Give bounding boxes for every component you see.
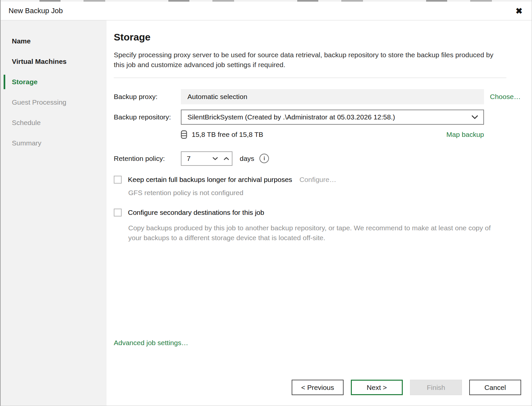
backup-repository-label: Backup repository: — [114, 113, 181, 121]
step-label: Schedule — [12, 119, 41, 127]
backup-proxy-label: Backup proxy: — [114, 93, 181, 101]
next-button[interactable]: Next > — [351, 380, 403, 395]
divider — [114, 78, 506, 78]
step-label: Summary — [12, 139, 41, 147]
step-label: Virtual Machines — [12, 58, 67, 65]
wizard-footer: < Previous Next > Finish Cancel — [114, 380, 521, 395]
sidebar-item-storage[interactable]: Storage — [1, 72, 107, 92]
retention-days-stepper[interactable]: 7 — [181, 151, 232, 166]
close-icon[interactable]: ✖ — [516, 7, 522, 15]
sidebar-item-schedule[interactable]: Schedule — [1, 113, 107, 133]
choose-proxy-link[interactable]: Choose… — [490, 93, 520, 101]
page-title: Storage — [114, 32, 532, 43]
sidebar-item-summary[interactable]: Summary — [1, 133, 107, 153]
map-backup-link[interactable]: Map backup — [447, 131, 484, 139]
stepper-increase-button[interactable] — [221, 152, 232, 165]
wizard-steps-sidebar: Name Virtual Machines Storage Guest Proc… — [1, 20, 107, 406]
retention-policy-label: Retention policy: — [114, 155, 181, 163]
backup-proxy-field: Automatic selection — [181, 89, 484, 104]
gfs-checkbox-label[interactable]: Keep certain full backups longer for arc… — [128, 176, 292, 184]
secondary-destination-checkbox-label[interactable]: Configure secondary destinations for thi… — [128, 209, 264, 216]
sidebar-item-guest-processing[interactable]: Guest Processing — [1, 92, 107, 113]
gfs-configure-button: Configure… — [300, 176, 336, 184]
secondary-destination-checkbox-row: Configure secondary destinations for thi… — [114, 209, 532, 216]
storage-step-panel: Storage Specify processing proxy server … — [107, 20, 532, 406]
retention-days-value[interactable]: 7 — [187, 155, 209, 163]
secondary-destination-note: Copy backups produced by this job to ano… — [114, 223, 505, 243]
repository-icon — [181, 130, 187, 139]
backup-repository-dropdown[interactable]: SilentBrickSystem (Created by .\Administ… — [181, 110, 484, 125]
info-icon[interactable]: i — [259, 154, 269, 163]
gfs-status-note: GFS retention policy is not configured — [114, 189, 532, 197]
page-description: Specify processing proxy server to be us… — [114, 50, 499, 70]
retention-policy-row: Retention policy: 7 days i — [114, 151, 532, 166]
advanced-job-settings-link[interactable]: Advanced job settings… — [114, 339, 188, 347]
retention-unit-label: days — [240, 155, 254, 163]
sidebar-item-virtual-machines[interactable]: Virtual Machines — [1, 51, 107, 72]
step-label: Guest Processing — [12, 98, 66, 106]
finish-button: Finish — [410, 380, 462, 395]
backup-repository-row: Backup repository: SilentBrickSystem (Cr… — [114, 110, 532, 125]
sidebar-item-name[interactable]: Name — [1, 31, 107, 51]
step-label: Storage — [12, 78, 37, 86]
stepper-decrease-button[interactable] — [209, 152, 221, 165]
backup-repository-value: SilentBrickSystem (Created by .\Administ… — [187, 113, 395, 121]
free-space-text: 15,8 TB free of 15,8 TB — [192, 131, 263, 139]
window-title: New Backup Job — [9, 7, 63, 15]
secondary-destination-checkbox[interactable] — [114, 209, 122, 216]
gfs-checkbox-row: Keep certain full backups longer for arc… — [114, 176, 532, 184]
new-backup-job-dialog: New Backup Job ✖ Name Virtual Machines S… — [0, 0, 532, 406]
step-label: Name — [12, 37, 31, 45]
spacer — [114, 243, 532, 339]
backup-proxy-row: Backup proxy: Automatic selection Choose… — [114, 89, 532, 104]
backup-proxy-value: Automatic selection — [187, 93, 247, 101]
free-space-row: 15,8 TB free of 15,8 TB Map backup — [114, 130, 484, 139]
gfs-checkbox[interactable] — [114, 176, 122, 184]
chevron-down-icon — [472, 115, 478, 119]
title-bar: New Backup Job ✖ — [1, 2, 532, 20]
cancel-button[interactable]: Cancel — [469, 380, 521, 395]
previous-button[interactable]: < Previous — [292, 380, 344, 395]
